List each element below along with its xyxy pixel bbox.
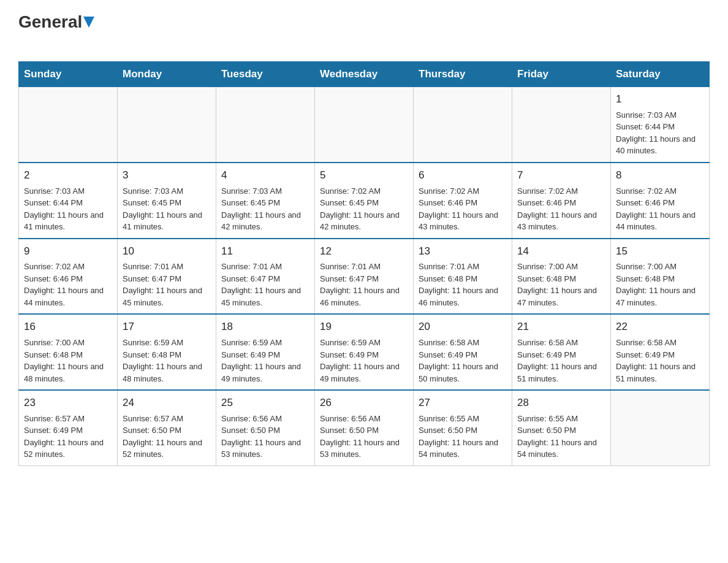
day-info: Sunrise: 7:00 AM Sunset: 6:48 PM Dayligh…	[24, 337, 112, 385]
day-header-thursday: Thursday	[414, 62, 512, 87]
logo-general-text: General	[18, 12, 82, 32]
day-info: Sunrise: 6:55 AM Sunset: 6:50 PM Dayligh…	[419, 413, 507, 461]
calendar-cell	[118, 87, 216, 163]
calendar-cell: 8Sunrise: 7:02 AM Sunset: 6:46 PM Daylig…	[611, 163, 710, 239]
calendar-cell: 21Sunrise: 6:58 AM Sunset: 6:49 PM Dayli…	[512, 314, 611, 390]
day-header-saturday: Saturday	[611, 62, 710, 87]
day-number: 26	[320, 396, 408, 410]
calendar-cell: 14Sunrise: 7:00 AM Sunset: 6:48 PM Dayli…	[512, 239, 611, 315]
day-number: 18	[221, 320, 309, 334]
day-info: Sunrise: 7:02 AM Sunset: 6:46 PM Dayligh…	[419, 185, 507, 233]
day-header-tuesday: Tuesday	[216, 62, 315, 87]
day-info: Sunrise: 7:01 AM Sunset: 6:47 PM Dayligh…	[320, 261, 408, 308]
day-number: 12	[320, 244, 408, 259]
day-number: 19	[320, 320, 408, 334]
day-number: 24	[123, 396, 211, 410]
day-info: Sunrise: 6:58 AM Sunset: 6:49 PM Dayligh…	[616, 337, 704, 385]
calendar-week-4: 16Sunrise: 7:00 AM Sunset: 6:48 PM Dayli…	[19, 314, 710, 390]
page-header: General	[18, 12, 710, 52]
calendar-week-5: 23Sunrise: 6:57 AM Sunset: 6:49 PM Dayli…	[19, 390, 710, 465]
day-header-sunday: Sunday	[19, 62, 118, 87]
day-number: 25	[221, 396, 309, 410]
calendar-cell: 28Sunrise: 6:55 AM Sunset: 6:50 PM Dayli…	[512, 390, 611, 465]
calendar-cell	[19, 87, 118, 163]
calendar-table: SundayMondayTuesdayWednesdayThursdayFrid…	[18, 61, 710, 466]
day-number: 4	[221, 168, 309, 183]
day-info: Sunrise: 7:03 AM Sunset: 6:44 PM Dayligh…	[24, 185, 112, 233]
day-number: 11	[221, 244, 309, 259]
calendar-week-3: 9Sunrise: 7:02 AM Sunset: 6:46 PM Daylig…	[19, 239, 710, 315]
calendar-cell: 1Sunrise: 7:03 AM Sunset: 6:44 PM Daylig…	[611, 87, 710, 163]
calendar-cell: 27Sunrise: 6:55 AM Sunset: 6:50 PM Dayli…	[414, 390, 512, 465]
calendar-cell: 5Sunrise: 7:02 AM Sunset: 6:45 PM Daylig…	[315, 163, 414, 239]
calendar-cell: 4Sunrise: 7:03 AM Sunset: 6:45 PM Daylig…	[216, 163, 315, 239]
calendar-cell: 20Sunrise: 6:58 AM Sunset: 6:49 PM Dayli…	[414, 314, 512, 390]
calendar-week-2: 2Sunrise: 7:03 AM Sunset: 6:44 PM Daylig…	[19, 163, 710, 239]
day-info: Sunrise: 7:02 AM Sunset: 6:46 PM Dayligh…	[24, 261, 112, 308]
day-info: Sunrise: 6:59 AM Sunset: 6:49 PM Dayligh…	[320, 337, 408, 385]
calendar-cell: 18Sunrise: 6:59 AM Sunset: 6:49 PM Dayli…	[216, 314, 315, 390]
day-number: 6	[419, 168, 507, 183]
calendar-cell: 22Sunrise: 6:58 AM Sunset: 6:49 PM Dayli…	[611, 314, 710, 390]
day-info: Sunrise: 7:00 AM Sunset: 6:48 PM Dayligh…	[616, 261, 704, 308]
day-info: Sunrise: 7:02 AM Sunset: 6:45 PM Dayligh…	[320, 185, 408, 233]
day-header-wednesday: Wednesday	[315, 62, 414, 87]
day-info: Sunrise: 6:57 AM Sunset: 6:50 PM Dayligh…	[123, 413, 211, 461]
day-number: 20	[419, 320, 507, 334]
day-info: Sunrise: 6:58 AM Sunset: 6:49 PM Dayligh…	[517, 337, 605, 385]
calendar-cell: 12Sunrise: 7:01 AM Sunset: 6:47 PM Dayli…	[315, 239, 414, 315]
calendar-cell: 9Sunrise: 7:02 AM Sunset: 6:46 PM Daylig…	[19, 239, 118, 315]
day-number: 14	[517, 244, 605, 259]
day-info: Sunrise: 7:01 AM Sunset: 6:47 PM Dayligh…	[123, 261, 211, 308]
day-info: Sunrise: 7:03 AM Sunset: 6:44 PM Dayligh…	[616, 109, 704, 157]
logo-triangle-icon	[83, 17, 94, 28]
calendar-cell	[414, 87, 512, 163]
calendar-cell: 17Sunrise: 6:59 AM Sunset: 6:48 PM Dayli…	[118, 314, 216, 390]
calendar-header-row: SundayMondayTuesdayWednesdayThursdayFrid…	[19, 62, 710, 87]
day-number: 5	[320, 168, 408, 183]
day-number: 27	[419, 396, 507, 410]
day-number: 21	[517, 320, 605, 334]
calendar-cell: 13Sunrise: 7:01 AM Sunset: 6:48 PM Dayli…	[414, 239, 512, 315]
day-number: 23	[24, 396, 112, 410]
day-info: Sunrise: 7:03 AM Sunset: 6:45 PM Dayligh…	[221, 185, 309, 233]
day-number: 8	[616, 168, 704, 183]
calendar-cell: 7Sunrise: 7:02 AM Sunset: 6:46 PM Daylig…	[512, 163, 611, 239]
calendar-cell: 6Sunrise: 7:02 AM Sunset: 6:46 PM Daylig…	[414, 163, 512, 239]
day-number: 15	[616, 244, 704, 259]
day-info: Sunrise: 7:02 AM Sunset: 6:46 PM Dayligh…	[616, 185, 704, 233]
day-number: 28	[517, 396, 605, 410]
logo: General	[18, 12, 94, 52]
day-number: 22	[616, 320, 704, 334]
calendar-cell: 25Sunrise: 6:56 AM Sunset: 6:50 PM Dayli…	[216, 390, 315, 465]
calendar-cell	[512, 87, 611, 163]
day-info: Sunrise: 6:56 AM Sunset: 6:50 PM Dayligh…	[320, 413, 408, 461]
day-number: 2	[24, 168, 112, 183]
day-number: 10	[123, 244, 211, 259]
calendar-cell: 11Sunrise: 7:01 AM Sunset: 6:47 PM Dayli…	[216, 239, 315, 315]
day-header-friday: Friday	[512, 62, 611, 87]
calendar-cell: 26Sunrise: 6:56 AM Sunset: 6:50 PM Dayli…	[315, 390, 414, 465]
day-info: Sunrise: 7:01 AM Sunset: 6:47 PM Dayligh…	[221, 261, 309, 308]
day-header-monday: Monday	[118, 62, 216, 87]
day-info: Sunrise: 6:59 AM Sunset: 6:48 PM Dayligh…	[123, 337, 211, 385]
day-number: 7	[517, 168, 605, 183]
day-number: 17	[123, 320, 211, 334]
day-number: 9	[24, 244, 112, 259]
calendar-cell: 16Sunrise: 7:00 AM Sunset: 6:48 PM Dayli…	[19, 314, 118, 390]
day-info: Sunrise: 7:02 AM Sunset: 6:46 PM Dayligh…	[517, 185, 605, 233]
day-info: Sunrise: 7:00 AM Sunset: 6:48 PM Dayligh…	[517, 261, 605, 308]
day-info: Sunrise: 6:59 AM Sunset: 6:49 PM Dayligh…	[221, 337, 309, 385]
day-info: Sunrise: 7:03 AM Sunset: 6:45 PM Dayligh…	[123, 185, 211, 233]
calendar-cell	[611, 390, 710, 465]
day-number: 1	[616, 92, 704, 107]
day-number: 13	[419, 244, 507, 259]
calendar-cell: 23Sunrise: 6:57 AM Sunset: 6:49 PM Dayli…	[19, 390, 118, 465]
day-number: 16	[24, 320, 112, 334]
calendar-cell: 15Sunrise: 7:00 AM Sunset: 6:48 PM Dayli…	[611, 239, 710, 315]
day-info: Sunrise: 7:01 AM Sunset: 6:48 PM Dayligh…	[419, 261, 507, 308]
calendar-week-1: 1Sunrise: 7:03 AM Sunset: 6:44 PM Daylig…	[19, 87, 710, 163]
day-info: Sunrise: 6:58 AM Sunset: 6:49 PM Dayligh…	[419, 337, 507, 385]
calendar-cell	[216, 87, 315, 163]
day-number: 3	[123, 168, 211, 183]
